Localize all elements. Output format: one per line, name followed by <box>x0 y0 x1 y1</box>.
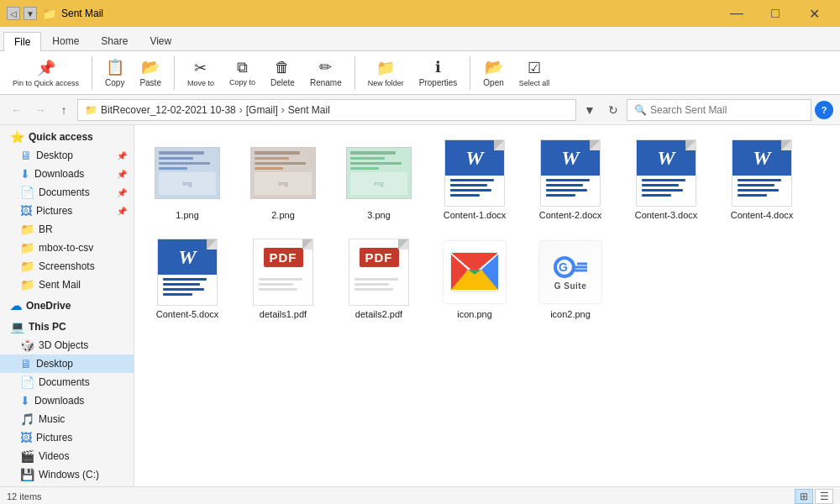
select-all-icon: ☑ <box>528 59 541 77</box>
quick-access-icon[interactable]: ◁ <box>7 7 20 20</box>
sidebar-item-pictures[interactable]: 🖼 Pictures 📌 <box>0 202 134 220</box>
path-folder-icon: 📁 <box>85 104 97 116</box>
file-icon: G G Suite <box>537 239 604 306</box>
sidebar-section-quick-access[interactable]: ⭐ Quick access <box>0 125 134 146</box>
label-videos: Videos <box>39 450 69 462</box>
thispc-label: This PC <box>29 321 66 333</box>
copy-button[interactable]: 📋 Copy <box>99 54 130 92</box>
delete-button[interactable]: 🗑 Delete <box>265 55 301 92</box>
tab-view[interactable]: View <box>139 31 182 50</box>
properties-button[interactable]: ℹ Properties <box>413 54 464 92</box>
label-3dobjects: 3D Objects <box>39 339 88 351</box>
list-view-button[interactable]: ☰ <box>815 489 833 504</box>
content-area: img 1.png img 2.png img 3.png W Content-… <box>134 125 840 486</box>
sidebar-section-thispc[interactable]: 💻 This PC <box>0 315 134 336</box>
label-desktop-pc: Desktop <box>36 358 73 370</box>
file-item[interactable]: icon.png <box>428 231 521 327</box>
svg-text:G: G <box>559 260 568 274</box>
documents-icon: 📄 <box>20 186 34 199</box>
file-item[interactable]: W Content-1.docx <box>428 132 521 228</box>
sidebar-item-windows-c[interactable]: 💾 Windows (C:) <box>0 465 134 484</box>
main-layout: ⭐ Quick access 🖥 Desktop 📌 ⬇ Downloads 📌… <box>0 125 840 486</box>
sidebar-label-downloads: Downloads <box>34 168 84 180</box>
select-all-button[interactable]: ☑ Select all <box>513 55 556 92</box>
paste-button[interactable]: 📂 Paste <box>134 54 167 92</box>
minimize-button[interactable]: — <box>717 0 756 27</box>
search-box[interactable]: 🔍 <box>627 99 811 121</box>
sidebar-item-new-volume[interactable]: 💾 New Volume (D:) <box>0 484 134 486</box>
rename-button[interactable]: ✏ Rename <box>304 54 348 92</box>
tab-file[interactable]: File <box>3 32 41 51</box>
file-item[interactable]: img 2.png <box>237 132 329 228</box>
help-button[interactable]: ? <box>815 101 833 119</box>
file-name: Content-5.docx <box>156 309 219 319</box>
file-item[interactable]: W Content-5.docx <box>141 231 234 327</box>
separator-4 <box>470 56 470 90</box>
sidebar-item-downloads-pc[interactable]: ⬇ Downloads <box>0 391 134 410</box>
sidebar-item-screenshots[interactable]: 📁 Screenshots <box>0 257 134 276</box>
sidebar: ⭐ Quick access 🖥 Desktop 📌 ⬇ Downloads 📌… <box>0 125 134 486</box>
file-name: Content-3.docx <box>635 210 698 220</box>
sidebar-item-music[interactable]: 🎵 Music <box>0 410 134 428</box>
copy-to-button[interactable]: ⧉ Copy to <box>223 55 261 91</box>
sidebar-label-br: BR <box>39 223 53 235</box>
file-icon: W <box>154 239 221 306</box>
open-button[interactable]: 📂 Open <box>477 54 509 92</box>
folder-icon-br: 📁 <box>20 223 34 236</box>
new-folder-button[interactable]: 📁 New folder <box>362 55 410 92</box>
dropdown-arrow[interactable]: ▼ <box>580 100 600 120</box>
file-item[interactable]: W Content-3.docx <box>620 132 712 228</box>
sidebar-item-desktop-pc[interactable]: 🖥 Desktop <box>0 354 134 373</box>
file-item[interactable]: G G Suiteicon2.png <box>524 231 617 327</box>
title-bar-left: ◁ ▼ 📁 Sent Mail <box>7 7 103 20</box>
videos-icon: 🎬 <box>20 449 34 463</box>
sidebar-section-onedrive[interactable]: ☁ OneDrive <box>0 294 134 315</box>
move-icon: ✂ <box>194 59 207 77</box>
sidebar-item-desktop[interactable]: 🖥 Desktop 📌 <box>0 146 134 165</box>
pin-to-quick-access-button[interactable]: 📌 Pin to Quick access <box>7 55 85 92</box>
customize-icon[interactable]: ▼ <box>24 7 37 20</box>
tab-home[interactable]: Home <box>41 31 90 50</box>
move-to-button[interactable]: ✂ Move to <box>181 55 220 92</box>
file-name: Content-4.docx <box>731 210 794 220</box>
file-icon <box>441 239 508 306</box>
sidebar-item-mbox[interactable]: 📁 mbox-to-csv <box>0 239 134 257</box>
file-item[interactable]: PDF details2.pdf <box>333 231 425 327</box>
file-icon: PDF <box>249 239 317 306</box>
file-item[interactable]: W Content-2.docx <box>524 132 617 228</box>
file-name: icon2.png <box>550 309 591 319</box>
pin-icon-3: 📌 <box>117 188 127 197</box>
sidebar-item-sentmail[interactable]: 📁 Sent Mail <box>0 276 134 294</box>
back-button[interactable]: ← <box>7 100 27 120</box>
tab-share[interactable]: Share <box>90 31 139 50</box>
sidebar-item-documents-pc[interactable]: 📄 Documents <box>0 373 134 391</box>
file-icon: W <box>537 139 604 207</box>
large-icons-view-button[interactable]: ⊞ <box>795 489 813 504</box>
sidebar-item-videos[interactable]: 🎬 Videos <box>0 447 134 465</box>
properties-icon: ℹ <box>435 58 441 76</box>
label-documents-pc: Documents <box>39 376 90 388</box>
up-button[interactable]: ↑ <box>54 100 74 120</box>
maximize-button[interactable]: □ <box>756 0 795 27</box>
path-part-3: Sent Mail <box>288 104 330 116</box>
search-input[interactable] <box>650 104 804 116</box>
close-button[interactable]: ✕ <box>795 0 833 27</box>
file-item[interactable]: img 1.png <box>141 132 234 228</box>
pin-icon: 📌 <box>117 151 127 160</box>
forward-button[interactable]: → <box>30 100 50 120</box>
sidebar-item-3dobjects[interactable]: 🎲 3D Objects <box>0 336 134 354</box>
refresh-button[interactable]: ↻ <box>603 100 623 120</box>
label-pictures-pc: Pictures <box>36 432 72 444</box>
file-name: 2.png <box>271 210 295 220</box>
sidebar-item-pictures-pc[interactable]: 🖼 Pictures <box>0 428 134 447</box>
file-item[interactable]: W Content-4.docx <box>716 132 808 228</box>
sidebar-item-downloads-quick[interactable]: ⬇ Downloads 📌 <box>0 165 134 183</box>
sidebar-item-documents[interactable]: 📄 Documents 📌 <box>0 183 134 202</box>
address-path[interactable]: 📁 BitRecover_12-02-2021 10-38 › [Gmail] … <box>77 99 576 121</box>
new-folder-icon: 📁 <box>376 59 395 77</box>
file-item[interactable]: img 3.png <box>333 132 425 228</box>
pictures-icon: 🖼 <box>20 204 32 218</box>
sidebar-item-br[interactable]: 📁 BR <box>0 220 134 239</box>
downloads-icon: ⬇ <box>20 167 30 181</box>
file-item[interactable]: PDF details1.pdf <box>237 231 329 327</box>
